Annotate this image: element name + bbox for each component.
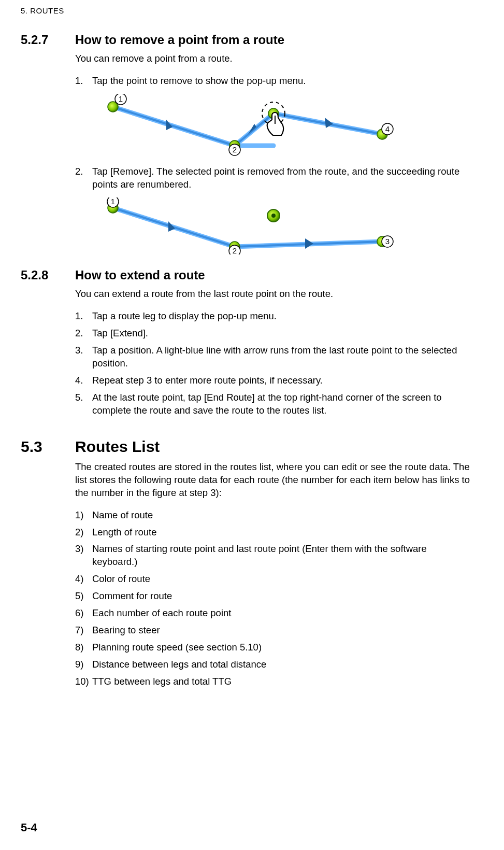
list-item: 7)Bearing to steer (75, 624, 473, 637)
item-number: 9) (75, 658, 92, 671)
step-number: 2. (75, 327, 92, 340)
step-number: 2. (75, 165, 92, 191)
svg-line-4 (113, 107, 235, 146)
item-text: Each number of each route point (92, 607, 231, 620)
step-text: Tap a route leg to display the pop-up me… (92, 310, 277, 323)
figure-label: 3 (385, 237, 390, 246)
items-53: 1)Name of route 2)Length of route 3)Name… (75, 509, 473, 689)
step-number: 3. (75, 344, 92, 370)
list-item: 6)Each number of each route point (75, 607, 473, 620)
svg-point-28 (271, 214, 276, 218)
steps-528: 1.Tap a route leg to display the pop-up … (75, 310, 473, 417)
item-text: Comment for route (92, 590, 172, 603)
section-528-body: You can extend a route from the last rou… (75, 288, 473, 417)
figure-route-before: 1 2 4 (90, 94, 473, 156)
item-text: Bearing to steer (92, 624, 160, 637)
item-text: Name of route (92, 509, 153, 522)
heading-527: 5.2.7 How to remove a point from a route (21, 33, 473, 47)
page: 5. ROUTES 5.2.7 How to remove a point fr… (0, 0, 504, 850)
figure-route-after: 1 2 3 (90, 197, 473, 254)
item-number: 2) (75, 526, 92, 539)
item-number: 10) (75, 675, 92, 688)
step-text: Repeat step 3 to enter more route points… (92, 374, 323, 387)
heading-number: 5.3 (21, 438, 75, 456)
item-text: TTG between legs and total TTG (92, 675, 232, 688)
route-diagram-icon: 1 2 3 (90, 197, 406, 254)
step-text: Tap a position. A light-blue line with a… (92, 344, 473, 370)
section-intro: The created routes are stored in the rou… (75, 461, 473, 500)
figure-label: 2 (233, 145, 237, 154)
step-text: At the last route point, tap [End Route]… (92, 391, 473, 417)
step-text: Tap the point to remove to show the pop-… (92, 75, 306, 88)
heading-title: How to extend a route (75, 268, 205, 282)
svg-marker-23 (305, 238, 313, 249)
list-item: 3)Names of starting route point and last… (75, 543, 473, 569)
item-number: 8) (75, 641, 92, 654)
heading-title: How to remove a point from a route (75, 33, 284, 47)
item-text: Names of starting route point and last r… (92, 543, 473, 569)
figure-label: 2 (233, 246, 237, 254)
heading-53: 5.3 Routes List (21, 438, 473, 456)
list-item: 8)Planning route speed (see section 5.10… (75, 641, 473, 654)
item-text: Color of route (92, 573, 150, 586)
list-item: 9)Distance between legs and total distan… (75, 658, 473, 671)
list-item: 3.Tap a position. A light-blue line with… (75, 344, 473, 370)
heading-528: 5.2.8 How to extend a route (21, 268, 473, 282)
item-number: 4) (75, 573, 92, 586)
step-text: Tap [Remove]. The selected point is remo… (92, 165, 473, 191)
section-intro: You can extend a route from the last rou… (75, 288, 473, 301)
heading-number: 5.2.7 (21, 33, 75, 47)
list-item: 1.Tap a route leg to display the pop-up … (75, 310, 473, 323)
list-item: 2.Tap [Extend]. (75, 327, 473, 340)
list-item: 5.At the last route point, tap [End Rout… (75, 391, 473, 417)
list-item: 10)TTG between legs and total TTG (75, 675, 473, 688)
step-number: 1. (75, 75, 92, 88)
page-number: 5-4 (21, 821, 37, 834)
section-intro: You can remove a point from a route. (75, 52, 473, 65)
list-item: 1. Tap the point to remove to show the p… (75, 75, 473, 88)
running-head: 5. ROUTES (21, 6, 473, 15)
figure-label: 4 (385, 124, 390, 133)
list-item: 2)Length of route (75, 526, 473, 539)
item-number: 6) (75, 607, 92, 620)
item-text: Distance between legs and total distance (92, 658, 266, 671)
item-number: 5) (75, 590, 92, 603)
section-527-body: You can remove a point from a route. 1. … (75, 52, 473, 254)
step-number: 5. (75, 391, 92, 417)
list-item: 1)Name of route (75, 509, 473, 522)
list-item: 2. Tap [Remove]. The selected point is r… (75, 165, 473, 191)
item-number: 1) (75, 509, 92, 522)
heading-number: 5.2.8 (21, 268, 75, 282)
item-number: 7) (75, 624, 92, 637)
item-number: 3) (75, 543, 92, 569)
figure-label: 1 (111, 197, 115, 206)
step-text: Tap [Extend]. (92, 327, 148, 340)
list-item: 5)Comment for route (75, 590, 473, 603)
item-text: Length of route (92, 526, 156, 539)
step-number: 4. (75, 374, 92, 387)
section-53-body: The created routes are stored in the rou… (75, 461, 473, 689)
figure-label: 1 (119, 94, 123, 103)
list-item: 4.Repeat step 3 to enter more route poin… (75, 374, 473, 387)
item-text: Planning route speed (see section 5.10) (92, 641, 262, 654)
steps-527b: 2. Tap [Remove]. The selected point is r… (75, 165, 473, 191)
list-item: 4)Color of route (75, 573, 473, 586)
route-diagram-icon: 1 2 4 (90, 94, 406, 156)
step-number: 1. (75, 310, 92, 323)
heading-title: Routes List (75, 438, 160, 456)
steps-527a: 1. Tap the point to remove to show the p… (75, 75, 473, 88)
